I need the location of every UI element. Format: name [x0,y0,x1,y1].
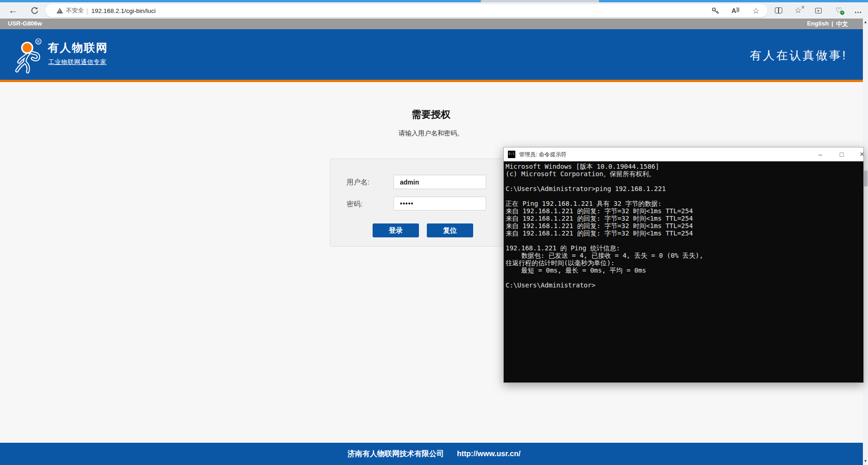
close-button[interactable]: × [854,147,868,161]
split-screen-icon [775,7,782,13]
page-title: 需要授权 [0,108,862,121]
screen: ← ! 不安全 | 192.168.2.1/cgi-bin/luci [0,0,868,465]
address-separator: | [86,4,88,17]
cmd-app-icon: C:\ [508,151,515,158]
url-text[interactable]: 192.168.2.1/cgi-bin/luci [91,4,156,17]
password-input[interactable] [393,197,486,210]
address-bar[interactable]: ! 不安全 | 192.168.2.1/cgi-bin/luci A)) [45,4,767,17]
device-title-bar: USR-G806w English | 中文 [0,19,868,29]
heart-pulse-icon: ♡ ✓ [836,6,842,15]
login-form: 用户名: 密码: 登录 复位 [330,159,532,247]
settings-menu-button[interactable]: … [850,2,867,19]
usr-logo: R [14,38,46,75]
collections-button[interactable]: + [810,2,827,19]
back-button[interactable]: ← [5,2,21,19]
browser-essentials-button[interactable]: ♡ ✓ [830,2,847,19]
cmd-window-title: 管理员: 命令提示符 [519,151,567,159]
collections-icon: + [815,8,822,13]
refresh-icon [31,6,38,14]
favorites-button[interactable]: ☆ ≡ [790,2,806,19]
green-check-badge: ✓ [840,11,844,15]
lang-chinese-link[interactable]: 中文 [836,20,848,28]
page-subtitle: 请输入用户名和密码。 [0,129,862,138]
company-name: 济南有人物联网技术有限公司 [348,449,444,459]
ellipsis-icon: … [854,8,862,13]
warning-icon: ! [57,8,63,13]
scrollbar-down-arrow[interactable]: ▼ [863,458,868,465]
lang-separator: | [831,20,833,28]
key-icon [711,6,719,15]
back-icon: ← [8,5,18,16]
brand-slogan: 工业物联网通信专家 [48,58,107,66]
read-aloud-icon: A)) [732,7,740,14]
minimize-button[interactable]: – [812,147,828,161]
language-switch: English | 中文 [807,20,848,28]
read-aloud-button[interactable]: A)) [728,4,743,17]
scrollbar-thumb[interactable] [863,171,868,186]
maximize-button[interactable]: □ [834,147,849,161]
logo-head-circle [22,43,32,53]
cmd-title-bar[interactable]: C:\ 管理员: 命令提示符 – □ × [504,147,863,161]
password-manager-button[interactable] [707,4,723,17]
site-footer: 济南有人物联网技术有限公司 http://www.usr.cn/ [0,443,868,465]
browser-toolbar: ← ! 不安全 | 192.168.2.1/cgi-bin/luci [0,2,868,19]
lang-english-link[interactable]: English [807,20,829,28]
command-prompt-window[interactable]: C:\ 管理员: 命令提示符 – □ × Microsoft Windows [… [503,147,864,383]
security-label[interactable]: 不安全 [66,4,84,17]
console-output: Microsoft Windows [版本 10.0.19044.1586] (… [504,161,863,382]
scrollbar-up-arrow[interactable]: ▲ [863,19,868,25]
favorites-icon: ☆ ≡ [794,6,801,15]
split-screen-button[interactable] [770,2,787,19]
header-tagline: 有人在认真做事! [750,48,847,63]
username-input[interactable] [393,175,486,189]
login-button[interactable]: 登录 [373,223,419,237]
refresh-button[interactable] [26,2,43,19]
favorite-this-page-button[interactable]: ☆ [748,4,764,17]
device-model-label: USR-G806w [8,20,42,27]
brand-name: 有人物联网 [48,40,108,55]
username-label: 用户名: [347,178,369,187]
site-header: R 有人物联网 工业物联网通信专家 有人在认真做事! [0,29,868,80]
reset-button[interactable]: 复位 [427,223,473,237]
svg-text:R: R [37,39,40,44]
company-website-link[interactable]: http://www.usr.cn/ [457,450,520,458]
star-icon: ☆ [752,6,759,16]
site-security-button[interactable]: ! [57,4,63,17]
password-label: 密码: [347,200,362,209]
